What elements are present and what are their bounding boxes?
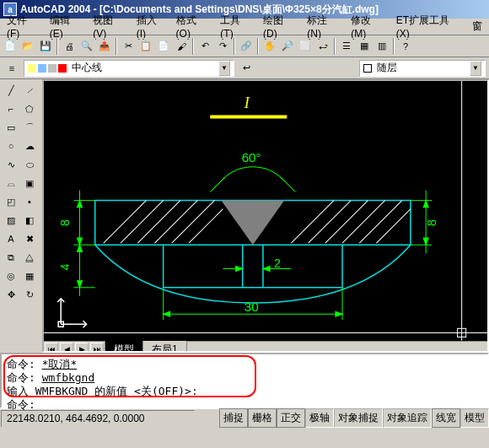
point-icon[interactable]: •: [20, 192, 39, 211]
draw-toolbar: ╱ ⟋ ⌐ ⬠ ▭ ⌒ ○ ☁ ∿ ⬭ ⌓ ▣ ◰ • ▨ ◧ A ✖ ⧉ ⧋ …: [0, 79, 42, 353]
menu-bar: 文件(F) 编辑(E) 视图(V) 插入(I) 格式(O) 工具(T) 绘图(D…: [0, 19, 489, 35]
svg-line-16: [121, 201, 164, 244]
erase-icon[interactable]: ✖: [20, 229, 39, 248]
svg-line-26: [376, 209, 410, 243]
lock-icon: [48, 64, 56, 73]
chevron-down-icon[interactable]: ▼: [470, 61, 481, 76]
zoom-win-icon[interactable]: ⬜: [297, 38, 314, 55]
mirror-icon[interactable]: ⧋: [20, 248, 39, 267]
insert-block-icon[interactable]: ▣: [20, 174, 39, 192]
tab-next-icon[interactable]: ▶: [75, 343, 89, 353]
tab-last-icon[interactable]: ⏭: [90, 343, 104, 353]
polygon-icon[interactable]: ⬠: [20, 100, 39, 118]
bylayer-swatch: [363, 64, 372, 73]
layer-name: 中心线: [72, 61, 102, 75]
svg-marker-40: [423, 201, 428, 208]
svg-line-21: [291, 201, 334, 244]
cmd-prompt[interactable]: 命令:: [7, 398, 482, 412]
color-combo[interactable]: 随层 ▼: [359, 60, 486, 77]
text-icon[interactable]: A: [2, 229, 20, 248]
svg-text:60°: 60°: [242, 150, 261, 165]
svg-marker-46: [263, 266, 270, 271]
pan-icon[interactable]: ✋: [261, 38, 278, 55]
svg-line-20: [189, 209, 223, 243]
lightbulb-icon: [28, 64, 36, 73]
tab-prev-icon[interactable]: ◀: [60, 343, 73, 353]
command-window[interactable]: 命令: *取消* 命令: wmfbkgnd 输入 WMFBKGND 的新值 <关…: [0, 353, 489, 408]
tab-layout1[interactable]: 布局1: [142, 340, 187, 354]
work-area: ╱ ⟋ ⌐ ⬠ ▭ ⌒ ○ ☁ ∿ ⬭ ⌓ ▣ ◰ • ▨ ◧ A ✖ ⧉ ⧋ …: [0, 79, 489, 353]
layout-tabs: ⏮ ◀ ▶ ⏭ 模型 布局1: [44, 341, 487, 354]
tab-model[interactable]: 模型: [105, 340, 143, 354]
ellipse-arc-icon[interactable]: ⌓: [2, 174, 20, 192]
copy-icon[interactable]: 📋: [137, 38, 154, 55]
svg-line-25: [359, 201, 402, 244]
offset-icon[interactable]: ◎: [2, 267, 20, 285]
polyline-icon[interactable]: ⌐: [2, 100, 20, 118]
print-icon[interactable]: 🖨: [61, 38, 78, 55]
cmd-line-3: 输入 WMFBKGND 的新值 <关(OFF)>:: [7, 385, 482, 398]
props-icon[interactable]: ☰: [338, 38, 355, 55]
open-icon[interactable]: 📂: [19, 38, 36, 55]
cut-icon[interactable]: ✂: [120, 38, 137, 55]
help-icon[interactable]: ?: [397, 38, 414, 55]
hyperlink-icon[interactable]: 🔗: [238, 38, 255, 55]
svg-line-15: [104, 201, 147, 244]
svg-text:4: 4: [58, 264, 72, 271]
coords-display[interactable]: 22148.0210, 464.4692, 0.0000: [1, 410, 195, 427]
svg-marker-45: [236, 266, 243, 271]
svg-line-18: [155, 201, 198, 244]
svg-line-24: [342, 201, 385, 244]
new-icon[interactable]: 📄: [2, 38, 19, 55]
svg-line-9: [281, 177, 295, 192]
color-label: 随层: [377, 61, 397, 75]
make-block-icon[interactable]: ◰: [2, 192, 20, 211]
ellipse-icon[interactable]: ⬭: [20, 155, 39, 174]
svg-marker-31: [77, 201, 82, 208]
freeze-icon: [38, 64, 46, 73]
preview-icon[interactable]: 🔍: [78, 38, 95, 55]
copy-obj-icon[interactable]: ⧉: [2, 248, 20, 267]
svg-line-17: [137, 201, 180, 244]
spline-icon[interactable]: ∿: [2, 155, 20, 174]
svg-marker-34: [77, 281, 82, 288]
array-icon[interactable]: ▦: [20, 267, 39, 285]
layer-manager-icon[interactable]: ≡: [3, 60, 20, 77]
drawing-canvas[interactable]: I 60°: [44, 81, 487, 341]
redo-icon[interactable]: ↷: [214, 38, 231, 55]
move-icon[interactable]: ✥: [2, 285, 20, 304]
layer-combo[interactable]: 中心线 ▼: [24, 60, 234, 77]
zoom-prev-icon[interactable]: ⮐: [314, 38, 331, 55]
publish-icon[interactable]: 📤: [96, 38, 113, 55]
tab-first-icon[interactable]: ⏮: [45, 343, 58, 353]
svg-marker-14: [221, 201, 284, 246]
undo-icon[interactable]: ↶: [196, 38, 213, 55]
arc-icon[interactable]: ⌒: [20, 118, 39, 137]
cmd-line-1: 命令: *取消*: [7, 358, 482, 371]
circle-icon[interactable]: ○: [2, 137, 20, 155]
region-icon[interactable]: ◧: [20, 211, 39, 229]
revcloud-icon[interactable]: ☁: [20, 137, 39, 155]
match-icon[interactable]: 🖌: [173, 38, 190, 55]
xline-icon[interactable]: ⟋: [20, 81, 39, 100]
svg-text:30: 30: [244, 300, 259, 314]
svg-line-8: [210, 177, 224, 192]
rectangle-icon[interactable]: ▭: [2, 118, 20, 137]
paste-icon[interactable]: 📄: [155, 38, 172, 55]
hatch-icon[interactable]: ▨: [2, 211, 20, 229]
zoom-rt-icon[interactable]: 🔎: [279, 38, 296, 55]
dc-icon[interactable]: ▦: [356, 38, 373, 55]
canvas-wrap: I 60°: [42, 79, 489, 353]
chevron-down-icon[interactable]: ▼: [218, 61, 230, 76]
save-icon[interactable]: 💾: [37, 38, 54, 55]
svg-text:8: 8: [425, 219, 438, 226]
cmd-line-2: 命令: wmfbkgnd: [7, 371, 482, 385]
svg-text:8: 8: [58, 219, 72, 226]
svg-line-23: [325, 201, 368, 244]
line-icon[interactable]: ╱: [2, 81, 20, 100]
tool-palette-icon[interactable]: ▥: [373, 38, 390, 55]
rotate-icon[interactable]: ↻: [20, 285, 39, 304]
svg-rect-7: [210, 115, 287, 118]
layer-prev-icon[interactable]: ↩: [238, 60, 255, 77]
menu-window[interactable]: 窗: [467, 18, 487, 35]
